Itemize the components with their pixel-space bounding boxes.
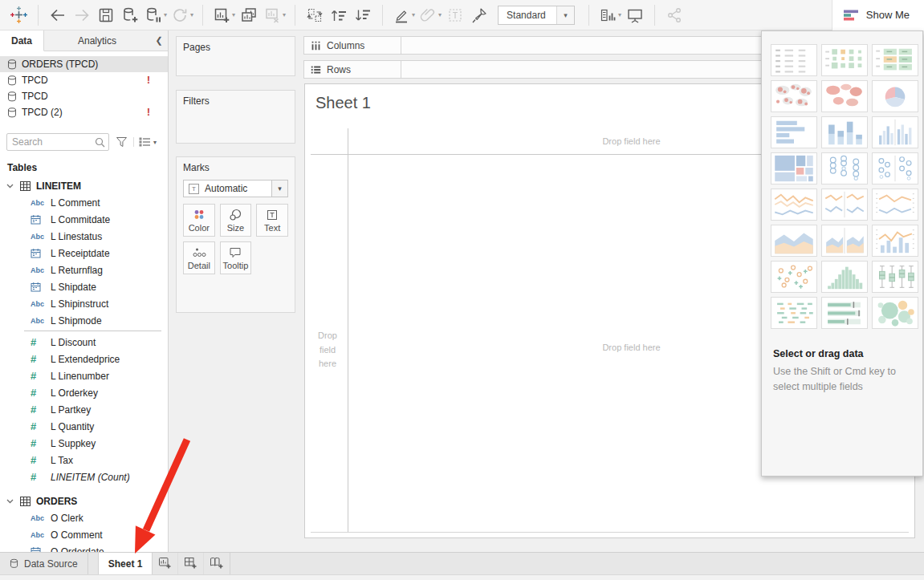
field-label: L Shipdate — [51, 282, 96, 293]
view-options-icon[interactable]: ▾ — [133, 137, 157, 147]
filters-shelf[interactable]: Filters — [176, 90, 295, 144]
search-input[interactable] — [6, 133, 109, 151]
sort-ascending-button[interactable] — [328, 4, 349, 26]
field-item[interactable]: #L Extendedprice — [0, 351, 168, 367]
marks-tooltip-button[interactable]: Tooltip — [220, 241, 252, 274]
show-me-button[interactable]: Show Me — [832, 0, 924, 30]
pause-auto-updates-button[interactable]: ▾ — [144, 4, 167, 26]
collapse-pane-icon[interactable]: ❮ — [150, 30, 168, 51]
showme-discrete-area[interactable] — [821, 225, 868, 257]
showme-side-by-side-circles[interactable] — [872, 152, 918, 185]
datasource-item[interactable]: ORDERS (TPCD) — [0, 56, 168, 72]
marks-color-button[interactable]: Color — [183, 204, 215, 237]
table-group-header[interactable]: LINEITEM — [0, 177, 168, 194]
showme-dual-combination[interactable] — [872, 225, 918, 257]
save-button[interactable] — [96, 4, 116, 26]
presentation-icon — [625, 6, 645, 25]
showme-heat-map[interactable] — [821, 44, 868, 76]
undo-button[interactable] — [47, 4, 68, 26]
showme-treemap[interactable] — [771, 152, 817, 185]
showme-gantt[interactable] — [771, 297, 817, 329]
marks-size-button[interactable]: Size — [220, 204, 252, 237]
new-dashboard-tab-button[interactable] — [178, 553, 204, 574]
field-item[interactable]: #L Suppkey — [0, 435, 168, 452]
marks-detail-button[interactable]: Detail — [183, 241, 215, 274]
showme-discrete-lines[interactable] — [821, 189, 868, 221]
field-item[interactable]: #LINEITEM (Count) — [0, 468, 168, 485]
field-item[interactable]: #L Quantity — [0, 418, 168, 435]
field-item[interactable]: L Receiptdate — [0, 245, 168, 262]
datasource-item[interactable]: TPCD — [0, 88, 168, 104]
showme-box-and-whisker[interactable] — [872, 261, 918, 293]
showme-dual-lines[interactable] — [872, 189, 918, 221]
duplicate-sheet-button[interactable] — [238, 4, 259, 26]
showme-side-by-side-bars[interactable] — [872, 116, 918, 148]
new-worksheet-tab-button[interactable] — [153, 553, 178, 574]
field-item[interactable]: AbcO Comment — [0, 526, 168, 543]
fit-selector[interactable]: Standard▾ — [498, 6, 575, 25]
showme-histogram[interactable] — [821, 261, 868, 293]
field-item[interactable]: AbcL Returnflag — [0, 262, 168, 278]
fix-axes-button[interactable] — [469, 4, 490, 26]
marks-text-button[interactable]: Text — [256, 204, 288, 237]
tab-analytics[interactable]: Analytics — [44, 30, 150, 51]
pause-updates-icon — [144, 6, 163, 25]
field-item[interactable]: #L Tax — [0, 452, 168, 468]
showme-pie-chart[interactable] — [872, 80, 918, 112]
field-item[interactable]: #L Linenumber — [0, 367, 168, 384]
field-item[interactable]: AbcO Clerk — [0, 509, 168, 526]
field-item[interactable]: #L Discount — [0, 334, 168, 351]
pages-shelf[interactable]: Pages — [176, 36, 295, 76]
field-item[interactable]: L Shipdate — [0, 278, 168, 295]
showme-circle-views[interactable] — [821, 152, 868, 185]
new-data-source-button[interactable] — [120, 4, 140, 26]
field-label: L Partkey — [51, 404, 91, 416]
show-mark-labels-button[interactable] — [445, 4, 466, 26]
clear-sheet-button[interactable]: ▾ — [263, 4, 286, 26]
chevron-down-icon: ▾ — [618, 11, 621, 18]
swap-rows-and-columns-button[interactable] — [304, 4, 325, 26]
chevron-down-icon: ▾ — [438, 11, 442, 18]
show-hide-cards-button[interactable]: ▾ — [598, 4, 621, 26]
showme-packed-bubbles[interactable] — [872, 297, 918, 329]
filter-fields-icon[interactable] — [113, 136, 129, 148]
presentation-mode-button[interactable] — [625, 4, 645, 26]
field-item[interactable]: AbcL Shipinstruct — [0, 295, 168, 312]
chevron-down-icon[interactable]: ▾ — [271, 180, 287, 197]
datasource-item[interactable]: TPCD (2)! — [0, 104, 168, 120]
highlight-button[interactable]: ▾ — [392, 4, 415, 26]
redo-button[interactable] — [71, 4, 92, 26]
field-label: L Receiptdate — [51, 248, 110, 259]
showme-scatter-plot[interactable] — [771, 261, 817, 293]
showme-continuous-area[interactable] — [771, 225, 817, 257]
mark-type-dropdown[interactable]: T Automatic ▾ — [183, 180, 288, 197]
drop-zone-rows[interactable]: Drop field here — [310, 329, 345, 371]
showme-continuous-lines[interactable] — [771, 189, 817, 221]
new-story-tab-button[interactable] — [204, 553, 230, 574]
new-worksheet-button[interactable]: ▾ — [212, 4, 235, 26]
group-members-button[interactable]: ▾ — [418, 4, 442, 26]
tab-sheet-1[interactable]: Sheet 1 — [98, 553, 153, 574]
field-item[interactable]: AbcL Linestatus — [0, 228, 168, 245]
showme-highlight-table[interactable] — [872, 44, 918, 76]
showme-bullet-graph[interactable] — [821, 297, 868, 329]
field-item[interactable]: O Orderdate — [0, 543, 168, 552]
field-item[interactable]: AbcL Comment — [0, 194, 168, 211]
table-group-header[interactable]: ORDERS — [0, 493, 168, 509]
tab-data-source[interactable]: Data Source — [0, 553, 88, 574]
field-item[interactable]: #L Orderkey — [0, 384, 168, 401]
field-item[interactable]: #L Partkey — [0, 401, 168, 418]
run-update-button[interactable]: ▾ — [170, 4, 193, 26]
tab-data[interactable]: Data — [0, 30, 44, 51]
showme-horizontal-bars[interactable] — [771, 116, 817, 148]
showme-stacked-bars[interactable] — [821, 116, 868, 148]
showme-symbol-map[interactable] — [771, 80, 817, 112]
datasource-item[interactable]: TPCD! — [0, 72, 168, 88]
tableau-logo-button[interactable] — [8, 4, 29, 26]
sort-descending-button[interactable] — [352, 4, 373, 26]
field-item[interactable]: L Commitdate — [0, 211, 168, 228]
share-workbook-button[interactable] — [664, 4, 685, 26]
showme-text-table[interactable] — [771, 44, 817, 76]
showme-filled-map[interactable] — [821, 80, 868, 112]
field-item[interactable]: AbcL Shipmode — [0, 312, 168, 329]
